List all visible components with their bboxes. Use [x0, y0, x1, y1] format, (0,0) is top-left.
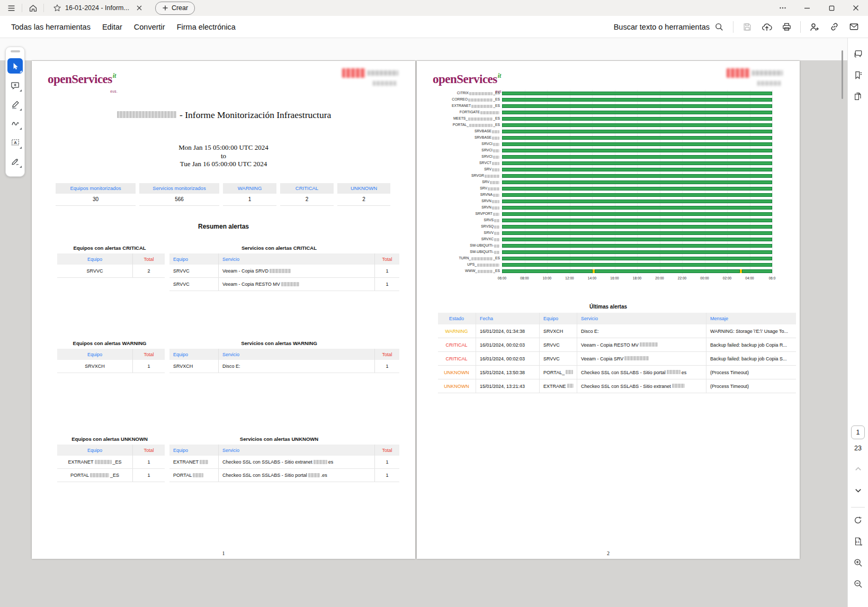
maximize-icon[interactable]	[819, 0, 844, 16]
x-axis-tick: 14:00	[588, 276, 596, 280]
table-cell: 1	[133, 469, 165, 482]
menu-firma-electronica[interactable]: Firma electrónica	[171, 16, 241, 38]
summary-card-label: UNKNOWN	[337, 183, 390, 194]
save-icon[interactable]	[738, 19, 756, 35]
add-person-icon[interactable]	[806, 19, 824, 35]
ok-segment	[502, 244, 772, 248]
menu-todas-las-herramientas[interactable]: Todas las herramientas	[5, 16, 96, 38]
crear-button[interactable]: Crear	[155, 2, 195, 15]
ok-segment	[595, 269, 740, 273]
document-tab[interactable]: 16-01-2024 - Inform...	[47, 0, 149, 16]
highlight-tool-button[interactable]	[7, 96, 23, 112]
next-page-chevron-down-icon[interactable]	[851, 483, 865, 497]
alert-host: SRVXCH	[540, 324, 577, 338]
summary-card-value: 1	[223, 194, 276, 206]
print-icon[interactable]	[777, 19, 795, 35]
table-cell: 1	[375, 456, 400, 469]
ultimas-alertas-title: Últimas alertas	[417, 304, 800, 310]
comments-panel-icon[interactable]	[851, 47, 865, 61]
actual-size-icon[interactable]: 1:1	[851, 534, 865, 549]
column-header: Equipo	[57, 253, 133, 265]
vertical-scrollbar[interactable]	[842, 50, 843, 99]
host-label: SRVN	[417, 205, 502, 209]
redacted-text	[488, 187, 499, 191]
chart-row: SRVXC	[417, 236, 774, 242]
chart-row: SRVSQ	[417, 223, 774, 230]
alerts-table-wrap: EstadoFechaEquipoServicioMensajeWARNING1…	[438, 313, 776, 393]
palette-drag-handle[interactable]	[11, 50, 20, 52]
link-icon[interactable]	[825, 19, 843, 35]
zoom-in-icon[interactable]	[851, 555, 865, 570]
table-cell: Veeam - Copia RESTO MV	[219, 278, 375, 291]
svg-text:A: A	[14, 140, 17, 144]
host-label: EXTRANET_ES	[417, 104, 502, 107]
availability-bar	[502, 200, 772, 203]
availability-bar	[502, 168, 772, 171]
favorite-star-icon[interactable]	[53, 4, 61, 12]
alert-message: Backup failed: backup job Copia R...	[706, 338, 797, 352]
alerts-column-header: Equipo	[540, 313, 577, 324]
table-cell: Disco E:	[219, 360, 375, 373]
search-control[interactable]: Buscar texto o herramientas	[610, 22, 728, 32]
table-row: SRVVCVeeam - Copia SRVD1	[169, 265, 399, 278]
alert-row: WARNING16/01/2024, 01:34:38SRVXCHDisco E…	[438, 324, 796, 338]
servicios-table-title: Servicios con alertas CRITICAL	[169, 245, 389, 251]
email-icon[interactable]	[845, 19, 863, 35]
availability-bar	[502, 244, 772, 248]
x-axis-tick: 16:00	[610, 276, 619, 280]
tab-close-icon[interactable]	[136, 5, 142, 11]
redacted-text	[471, 105, 493, 108]
page-thumbnails-icon[interactable]	[851, 89, 865, 104]
host-label: SRVCI	[417, 148, 502, 152]
alert-message: WARNING: Storage \'E:\' Usage To...	[706, 324, 797, 338]
zoom-out-icon[interactable]	[851, 576, 865, 591]
page-2-number: 2	[417, 550, 800, 556]
summary-card-label: CRITICAL	[280, 183, 334, 194]
redacted-text	[468, 98, 493, 102]
menu-editar[interactable]: Editar	[96, 16, 128, 38]
text-select-tool-button[interactable]: A	[7, 134, 23, 150]
minimize-icon[interactable]	[795, 0, 819, 16]
rotate-refresh-icon[interactable]	[851, 513, 865, 528]
host-label: SRVN	[417, 199, 502, 203]
draw-tool-button[interactable]	[7, 115, 23, 131]
select-tool-button[interactable]	[7, 58, 23, 74]
bookmarks-icon[interactable]	[851, 68, 865, 83]
chart-row: MEETS__ES	[417, 115, 774, 122]
availability-bar	[502, 263, 772, 267]
column-header: Equipo	[57, 445, 133, 456]
host-label: FORTIGATE	[417, 110, 502, 114]
availability-chart: CITRIX_ESCORREO_ESEXTRANET_ESFORTIGATEME…	[417, 90, 774, 275]
more-options-icon[interactable]	[771, 0, 795, 16]
host-label: SW-UBIQUITI-	[417, 250, 502, 253]
report-table: EquipoTotalSRVVC2	[57, 253, 165, 278]
add-comment-tool-button[interactable]	[7, 77, 23, 93]
redacted-text	[492, 206, 499, 210]
redacted-text	[492, 168, 499, 171]
menu-convertir[interactable]: Convertir	[128, 16, 171, 38]
divider	[733, 21, 733, 33]
ok-segment	[502, 187, 772, 191]
sign-tool-button[interactable]	[7, 153, 23, 169]
cloud-upload-icon[interactable]	[758, 19, 776, 35]
hamburger-menu-icon[interactable]	[3, 1, 19, 15]
redacted-text	[469, 92, 493, 95]
summary-cards: Equipos monitorizados30Servicios monitor…	[56, 183, 390, 206]
column-header: Servicio	[219, 445, 375, 456]
host-label: SRVCI	[417, 155, 502, 158]
table-row: EXTRANET_ES1	[57, 456, 165, 469]
close-window-icon[interactable]	[844, 0, 868, 16]
table-cell: SRVVC	[169, 265, 219, 278]
summary-card-value: 566	[139, 194, 219, 206]
alert-message: (Process Timeout)	[706, 366, 797, 379]
host-label: SRVXC	[417, 237, 502, 241]
alert-date: 16/01/2024, 00:02:03	[476, 338, 540, 352]
summary-card-value: 2	[337, 194, 390, 206]
home-icon[interactable]	[25, 1, 41, 15]
page-number-input[interactable]: 1	[851, 425, 865, 439]
report-table: EquipoServicioTotalSRVXCHDisco E:1	[169, 349, 399, 373]
x-axis-tick: 20:00	[655, 276, 664, 280]
chart-row: SRVGR	[417, 173, 774, 179]
chart-row: SRV	[417, 166, 774, 173]
previous-page-chevron-up-icon[interactable]	[851, 461, 865, 476]
